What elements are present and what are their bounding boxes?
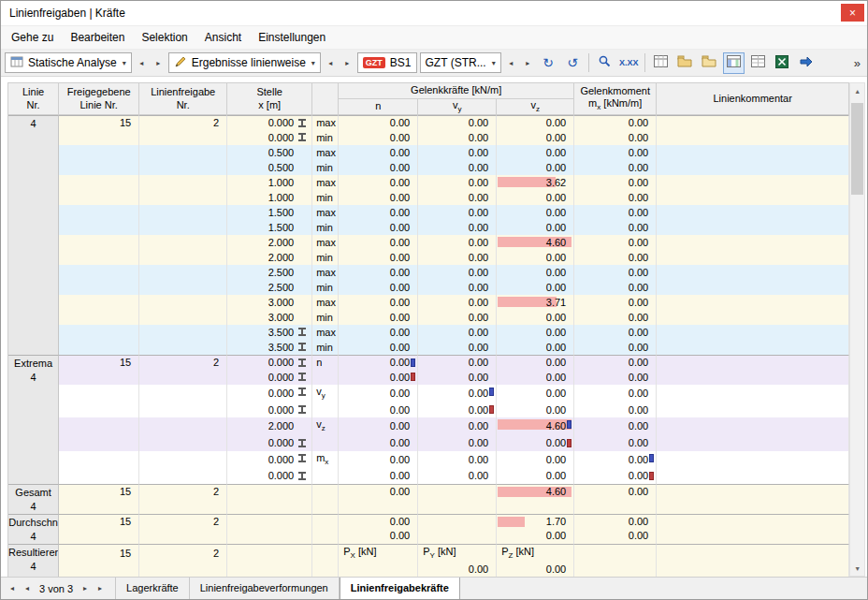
cell-linienfreigabe-nr[interactable]: 2 — [139, 355, 227, 370]
cell-linienfreigabe-nr[interactable] — [139, 563, 227, 577]
cell-stelle-x[interactable]: 0.500 — [227, 160, 312, 175]
cell-n[interactable]: PX [kN] — [339, 544, 418, 563]
cell-stelle-x[interactable]: 0.000 — [227, 115, 312, 130]
cell-vz[interactable]: 3.71 — [497, 295, 574, 310]
cell-extremum-label[interactable]: n — [312, 355, 339, 370]
cell-linienfreigabe-nr[interactable] — [139, 250, 227, 265]
cell-mx[interactable]: 0.00 — [574, 451, 657, 469]
cell-n[interactable]: 0.00 — [339, 235, 418, 250]
cell-n[interactable]: 0.00 — [339, 175, 418, 190]
cell-linienfreigabe-nr[interactable]: 2 — [139, 115, 227, 130]
colored-relations-button[interactable] — [723, 52, 745, 74]
cell-freigegebene-linie[interactable] — [59, 310, 139, 325]
cell-n[interactable]: 0.00 — [339, 310, 418, 325]
cell-mx[interactable]: 0.00 — [574, 265, 657, 280]
cell-linienfreigabe-nr[interactable] — [139, 402, 227, 417]
cell-extremum-label[interactable] — [312, 499, 339, 514]
cell-extremum-label[interactable]: max — [312, 115, 339, 130]
cell-vy[interactable]: 0.00 — [418, 370, 497, 385]
cell-extremum-label[interactable] — [312, 529, 339, 544]
cell-mx[interactable]: 0.00 — [574, 235, 657, 250]
cell-vz[interactable]: 0.00 — [497, 402, 574, 417]
bottom-tab-linienfreigabekräfte[interactable]: Linienfreigabekräfte — [340, 578, 460, 599]
cell-linienfreigabe-nr[interactable] — [139, 436, 227, 451]
cell-stelle-x[interactable] — [227, 499, 312, 514]
cell-extremum-label[interactable]: min — [312, 220, 339, 235]
cell-vz[interactable]: 0.00 — [497, 451, 574, 469]
cell-freigegebene-linie[interactable] — [59, 235, 139, 250]
decimal-places-button[interactable]: X.XX — [618, 52, 640, 74]
cell-n[interactable]: 0.00 — [339, 436, 418, 451]
cell-linienkommentar[interactable] — [657, 499, 849, 514]
cell-extremum-label[interactable]: min — [312, 340, 339, 355]
cell-vy[interactable]: 0.00 — [418, 145, 497, 160]
cell-linienfreigabe-nr[interactable] — [139, 160, 227, 175]
cell-n[interactable]: 0.00 — [339, 160, 418, 175]
cell-vz[interactable]: 0.00 — [497, 385, 574, 402]
cell-extremum-label[interactable]: min — [312, 160, 339, 175]
cell-vy[interactable]: 0.00 — [418, 325, 497, 340]
cell-extremum-label[interactable] — [312, 469, 339, 484]
cell-linienkommentar[interactable] — [657, 115, 849, 130]
cell-vy[interactable]: 0.00 — [418, 355, 497, 370]
cell-linienfreigabe-nr[interactable] — [139, 145, 227, 160]
cell-vy[interactable]: 0.00 — [418, 265, 497, 280]
menu-item-selektion[interactable]: Selektion — [133, 26, 195, 49]
cell-n[interactable]: 0.00 — [339, 402, 418, 417]
cell-freigegebene-linie[interactable] — [59, 340, 139, 355]
cell-mx[interactable]: 0.00 — [574, 402, 657, 417]
table-filter-button[interactable] — [674, 52, 696, 74]
cell-linienfreigabe-nr[interactable] — [139, 385, 227, 402]
toolbar-overflow-button[interactable]: » — [854, 56, 863, 70]
cell-linienfreigabe-nr[interactable] — [139, 220, 227, 235]
cell-extremum-label[interactable] — [312, 370, 339, 385]
cell-vz[interactable]: 0.00 — [497, 563, 574, 577]
cell-vz[interactable]: 0.00 — [497, 325, 574, 340]
menu-item-einstellungen[interactable]: Einstellungen — [250, 26, 334, 49]
cell-stelle-x[interactable]: 1.000 — [227, 190, 312, 205]
cell-linienkommentar[interactable] — [657, 355, 849, 370]
prev-analysis-button[interactable]: ◂ — [135, 52, 149, 73]
cell-freigegebene-linie[interactable] — [59, 385, 139, 402]
result-mode-combo[interactable]: Ergebnisse linienweise ▾ — [168, 52, 321, 73]
cell-stelle-x[interactable]: 0.000 — [227, 370, 312, 385]
row-group-header[interactable]: Durchschn4 — [8, 514, 59, 544]
cell-extremum-label[interactable] — [312, 484, 339, 499]
cell-vy[interactable] — [418, 514, 497, 529]
cell-stelle-x[interactable]: 2.000 — [227, 235, 312, 250]
cell-vz[interactable]: 0.00 — [497, 160, 574, 175]
cell-n[interactable]: 0.00 — [339, 451, 418, 469]
cell-extremum-label[interactable]: vz — [312, 417, 339, 435]
cell-extremum-label[interactable] — [312, 514, 339, 529]
cell-mx[interactable]: 0.00 — [574, 370, 657, 385]
cell-linienfreigabe-nr[interactable] — [139, 235, 227, 250]
cell-linienkommentar[interactable] — [657, 417, 849, 435]
cell-vy[interactable]: 0.00 — [418, 436, 497, 451]
cell-extremum-label[interactable]: min — [312, 280, 339, 295]
cell-vz[interactable]: 0.00 — [497, 370, 574, 385]
cell-vz[interactable]: 1.70 — [497, 514, 574, 529]
cell-freigegebene-linie[interactable] — [59, 325, 139, 340]
cell-n[interactable]: 0.00 — [339, 265, 418, 280]
cell-stelle-x[interactable]: 3.000 — [227, 295, 312, 310]
cell-mx[interactable]: 0.00 — [574, 175, 657, 190]
cell-mx[interactable]: 0.00 — [574, 280, 657, 295]
cell-vy[interactable]: 0.00 — [418, 280, 497, 295]
cell-stelle-x[interactable]: 1.000 — [227, 175, 312, 190]
cell-extremum-label[interactable]: max — [312, 235, 339, 250]
cell-linienkommentar[interactable] — [657, 175, 849, 190]
next-combination-button[interactable]: ▸ — [521, 52, 535, 73]
cell-extremum-label[interactable]: max — [312, 205, 339, 220]
cell-mx[interactable]: 0.00 — [574, 205, 657, 220]
row-group-header[interactable]: Resultierer4 — [8, 544, 59, 577]
cell-extremum-label[interactable]: vy — [312, 385, 339, 402]
cell-linienkommentar[interactable] — [657, 514, 849, 529]
cell-linienkommentar[interactable] — [657, 469, 849, 484]
cell-mx[interactable] — [574, 499, 657, 514]
cell-stelle-x[interactable]: 0.000 — [227, 451, 312, 469]
cell-extremum-label[interactable] — [312, 544, 339, 563]
cell-vy[interactable]: 0.00 — [418, 310, 497, 325]
cell-linienfreigabe-nr[interactable] — [139, 175, 227, 190]
cell-linienkommentar[interactable] — [657, 451, 849, 469]
cell-freigegebene-linie[interactable] — [59, 499, 139, 514]
